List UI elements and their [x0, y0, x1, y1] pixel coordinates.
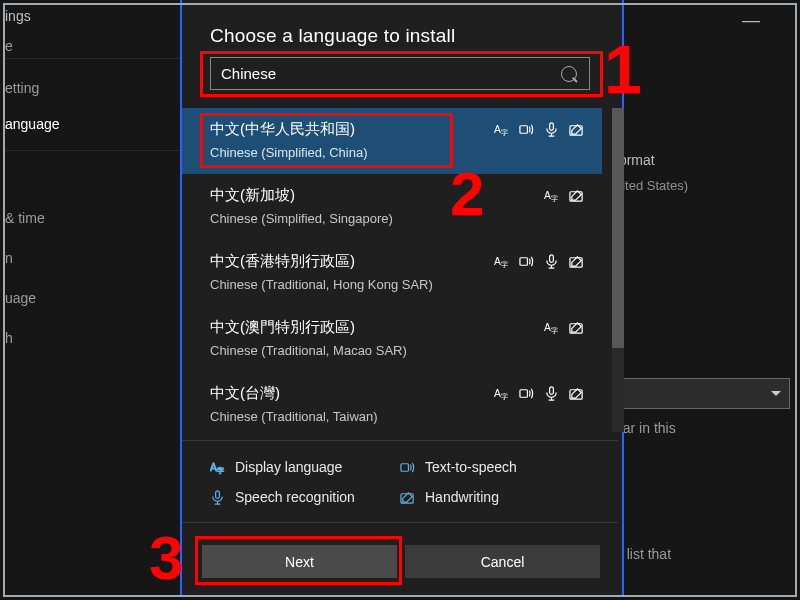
outer-frame — [3, 3, 797, 597]
